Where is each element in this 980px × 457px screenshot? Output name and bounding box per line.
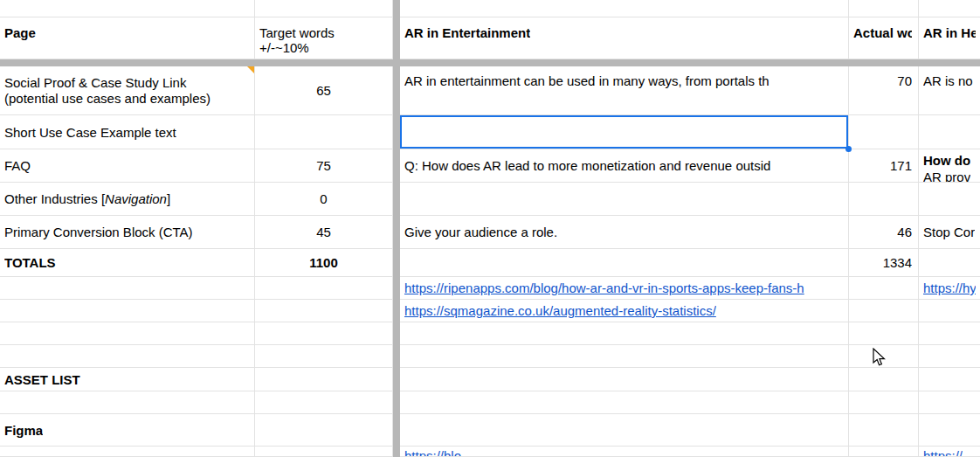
frozen-pane-divider[interactable] <box>393 368 400 391</box>
cell-header-target-words[interactable]: Target words +/-~10% <box>255 17 393 59</box>
cell-header-actual-words[interactable]: Actual wo <box>849 17 919 59</box>
cell-a-r14[interactable] <box>0 391 255 414</box>
cell-b-r10[interactable] <box>255 300 393 322</box>
cell-d-r6[interactable] <box>849 183 919 216</box>
cell-d-r14[interactable] <box>849 391 919 414</box>
cell-d-r16[interactable] <box>849 447 919 457</box>
frozen-pane-divider[interactable] <box>393 17 400 59</box>
cell-d-r15[interactable] <box>849 414 919 447</box>
cell-d-r1[interactable] <box>849 0 919 17</box>
frozen-pane-divider[interactable] <box>393 277 400 300</box>
cell-a-r1[interactable] <box>0 0 255 17</box>
cell-b-faq-target[interactable]: 75 <box>255 149 393 183</box>
cell-e-r6[interactable] <box>919 183 980 216</box>
cell-header-ar-healthcare[interactable]: AR in He <box>919 17 980 59</box>
cell-d-actual-total[interactable]: 1334 <box>849 249 919 277</box>
cell-c-r8[interactable] <box>400 249 849 277</box>
cell-a-figma[interactable]: Figma <box>0 414 255 447</box>
healthcare-link[interactable]: https://hy <box>923 280 976 295</box>
cell-a-asset-list[interactable]: ASSET LIST <box>0 368 255 391</box>
cell-a-totals[interactable]: TOTALS <box>0 249 255 277</box>
frozen-pane-divider[interactable] <box>393 447 400 457</box>
cell-b-r16[interactable] <box>255 447 393 457</box>
cell-d-r13[interactable] <box>849 368 919 391</box>
cell-b-r13[interactable] <box>255 368 393 391</box>
cell-c-r11[interactable] <box>400 322 849 345</box>
cell-a-r16[interactable] <box>0 447 255 457</box>
frozen-pane-divider[interactable] <box>393 183 400 216</box>
cell-e-r4[interactable] <box>919 115 980 149</box>
frozen-pane-divider[interactable] <box>393 216 400 249</box>
cell-c-r6[interactable] <box>400 183 849 216</box>
frozen-pane-divider[interactable] <box>393 115 400 149</box>
cell-b-r4[interactable] <box>255 115 393 149</box>
cell-b-r12[interactable] <box>255 345 393 368</box>
cell-d-actual-171[interactable]: 171 <box>849 149 919 183</box>
cell-a-r9[interactable] <box>0 277 255 300</box>
cell-e-r13[interactable] <box>919 368 980 391</box>
frozen-pane-divider[interactable] <box>393 0 400 17</box>
cell-c-audience-role[interactable]: Give your audience a role. <box>400 216 849 249</box>
selected-cell[interactable] <box>400 115 849 149</box>
cell-d-actual-70[interactable]: 70 <box>849 66 919 115</box>
cell-c-ripenapps-link[interactable]: https://ripenapps.com/blog/how-ar-and-vr… <box>400 277 849 300</box>
cell-e-healthcare-link[interactable]: https://hy <box>919 277 980 300</box>
frozen-row-divider[interactable] <box>0 59 980 66</box>
cell-b-r15[interactable] <box>255 414 393 447</box>
cell-e-ar-healthcare-intro[interactable]: AR is no <box>919 66 980 115</box>
cell-e-r10[interactable] <box>919 300 980 322</box>
cell-d-r10[interactable] <box>849 300 919 322</box>
cell-a-r12[interactable] <box>0 345 255 368</box>
cell-b-social-proof-target[interactable]: 65 <box>255 66 393 115</box>
cell-d-actual-46[interactable]: 46 <box>849 216 919 249</box>
frozen-pane-divider[interactable] <box>393 345 400 368</box>
cell-c-r1[interactable] <box>400 0 849 17</box>
cell-d-r4[interactable] <box>849 115 919 149</box>
cell-e-r14[interactable] <box>919 391 980 414</box>
cell-e-r15[interactable] <box>919 414 980 447</box>
partial-link[interactable]: https:// <box>923 448 963 457</box>
frozen-pane-divider[interactable] <box>393 66 400 115</box>
cell-d-r11[interactable] <box>849 322 919 345</box>
ripenapps-link[interactable]: https://ripenapps.com/blog/how-ar-and-vr… <box>404 280 804 295</box>
cell-c-r13[interactable] <box>400 368 849 391</box>
cell-e-r8[interactable] <box>919 249 980 277</box>
cell-d-r9[interactable] <box>849 277 919 300</box>
cell-a-primary-conversion[interactable]: Primary Conversion Block (CTA) <box>0 216 255 249</box>
cell-e-healthcare-question[interactable]: How do AR prov <box>919 149 980 183</box>
cell-a-short-use-case[interactable]: Short Use Case Example text <box>0 115 255 149</box>
cell-header-ar-entertainment[interactable]: AR in Entertainment <box>400 17 849 59</box>
cell-c-monetization-question[interactable]: Q: How does AR lead to more monetization… <box>400 149 849 183</box>
cell-c-ar-entertainment-intro[interactable]: AR in entertainment can be used in many … <box>400 66 849 115</box>
cell-c-sqmagazine-link[interactable]: https://sqmagazine.co.uk/augmented-reali… <box>400 300 849 322</box>
cell-b-r14[interactable] <box>255 391 393 414</box>
cell-b-r11[interactable] <box>255 322 393 345</box>
cell-c-r12[interactable] <box>400 345 849 368</box>
frozen-pane-divider[interactable] <box>393 149 400 183</box>
cell-e-r1[interactable] <box>919 0 980 17</box>
sqmagazine-link[interactable]: https://sqmagazine.co.uk/augmented-reali… <box>404 303 716 318</box>
cell-b-other-industries-target[interactable]: 0 <box>255 183 393 216</box>
cell-e-stop-text[interactable]: Stop Cor <box>919 216 980 249</box>
cell-e-r16-link[interactable]: https:// <box>919 447 980 457</box>
cell-b-r9[interactable] <box>255 277 393 300</box>
partial-link[interactable]: https://blo <box>404 448 461 457</box>
cell-c-r14[interactable] <box>400 391 849 414</box>
cell-e-r12[interactable] <box>919 345 980 368</box>
cell-c-r16-link[interactable]: https://blo <box>400 447 849 457</box>
cell-a-r11[interactable] <box>0 322 255 345</box>
frozen-pane-divider[interactable] <box>393 414 400 447</box>
cell-header-page[interactable]: Page <box>0 17 255 59</box>
frozen-pane-divider[interactable] <box>393 322 400 345</box>
cell-a-faq[interactable]: FAQ <box>0 149 255 183</box>
cell-b-primary-conversion-target[interactable]: 45 <box>255 216 393 249</box>
fill-handle[interactable] <box>845 146 852 152</box>
frozen-pane-divider[interactable] <box>393 300 400 322</box>
cell-e-r11[interactable] <box>919 322 980 345</box>
cell-a-social-proof[interactable]: Social Proof & Case Study Link (potentia… <box>0 66 255 115</box>
cell-a-other-industries[interactable]: Other Industries [Navigation] <box>0 183 255 216</box>
frozen-pane-divider[interactable] <box>393 249 400 277</box>
cell-c-r15[interactable] <box>400 414 849 447</box>
cell-b-totals-target[interactable]: 1100 <box>255 249 393 277</box>
frozen-pane-divider[interactable] <box>393 391 400 414</box>
